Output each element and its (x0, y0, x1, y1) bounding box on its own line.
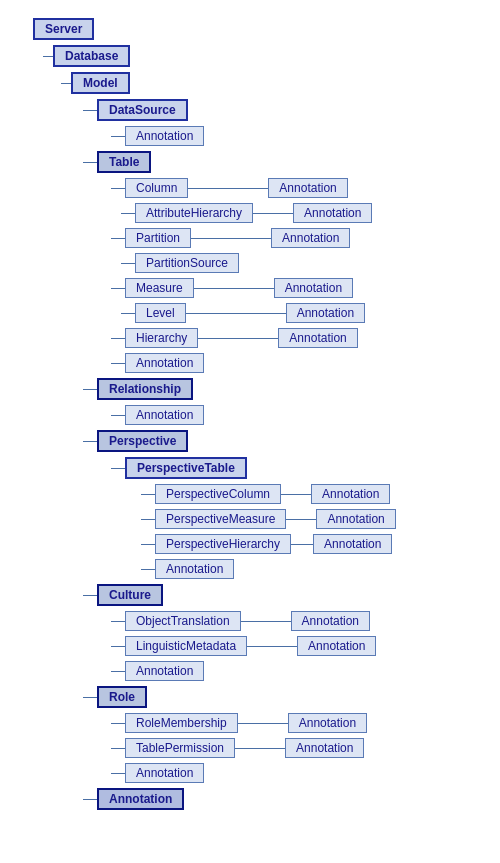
rolemem-annotation-node: Annotation (288, 713, 367, 733)
persphier-row: PerspectiveHierarchy Annotation (141, 534, 487, 554)
tableperm-row: TablePermission Annotation (111, 738, 487, 758)
ot-ann-hline (241, 621, 291, 622)
perspmeas-row: PerspectiveMeasure Annotation (141, 509, 487, 529)
pc-hline (141, 494, 155, 495)
rm-ann-hline (238, 723, 288, 724)
partition-row: Partition Annotation (111, 228, 487, 248)
perspective-row: Perspective (83, 430, 487, 452)
cult-hline (83, 595, 97, 596)
database-node: Database (53, 45, 130, 67)
column-node: Column (125, 178, 188, 198)
lev-ann-hline (186, 313, 286, 314)
hierarchy-row: Hierarchy Annotation (111, 328, 487, 348)
annotation-ds-row: Annotation (111, 126, 487, 146)
persphier-node: PerspectiveHierarchy (155, 534, 291, 554)
level-node: Level (135, 303, 186, 323)
culture-node: Culture (97, 584, 163, 606)
perspective-node: Perspective (97, 430, 188, 452)
objtrans-annotation-node: Annotation (291, 611, 370, 631)
part-hline (111, 238, 125, 239)
meas-hline (111, 288, 125, 289)
final-annotation-row: Annotation (83, 788, 487, 810)
part-ann-hline (191, 238, 271, 239)
lev-hline (121, 313, 135, 314)
relationship-node: Relationship (97, 378, 193, 400)
attrhier-row: AttributeHierarchy Annotation (121, 203, 487, 223)
role-row: Role (83, 686, 487, 708)
relationship-row: Relationship (83, 378, 487, 400)
attrhier-annotation-node: Annotation (293, 203, 372, 223)
meas-ann-hline (194, 288, 274, 289)
col-hline (111, 188, 125, 189)
persp-hline (83, 441, 97, 442)
pm-hline (141, 519, 155, 520)
partition-node: Partition (125, 228, 191, 248)
role-node: Role (97, 686, 147, 708)
annotation-ds-node: Annotation (125, 126, 204, 146)
hierarchy-node: Hierarchy (125, 328, 198, 348)
lingmeta-row: LinguisticMetadata Annotation (111, 636, 487, 656)
perspcol-row: PerspectiveColumn Annotation (141, 484, 487, 504)
objtrans-node: ObjectTranslation (125, 611, 241, 631)
model-hline (61, 83, 71, 84)
hierarchy-annotation-node: Annotation (278, 328, 357, 348)
column-annotation-node: Annotation (268, 178, 347, 198)
annotation-cult-row: Annotation (111, 661, 487, 681)
ot-hline (111, 621, 125, 622)
ah-hline (121, 213, 135, 214)
partsource-row: PartitionSource (121, 253, 487, 273)
lm-hline (111, 646, 125, 647)
measure-node: Measure (125, 278, 194, 298)
lm-ann-hline (247, 646, 297, 647)
partsource-node: PartitionSource (135, 253, 239, 273)
final-annotation-node: Annotation (97, 788, 184, 810)
datasource-node: DataSource (97, 99, 188, 121)
table-hline (83, 162, 97, 163)
datasource-row: DataSource (83, 99, 487, 121)
partition-annotation-node: Annotation (271, 228, 350, 248)
persptable-row: PerspectiveTable (111, 457, 487, 479)
annotation-rel-node: Annotation (125, 405, 204, 425)
level-row: Level Annotation (121, 303, 487, 323)
measure-annotation-node: Annotation (274, 278, 353, 298)
server-node: Server (33, 18, 94, 40)
rm-hline (111, 723, 125, 724)
attrhier-node: AttributeHierarchy (135, 203, 253, 223)
ann-cult-hline (111, 671, 125, 672)
ah-ann-hline (253, 213, 293, 214)
annotation-pt-row: Annotation (141, 559, 487, 579)
tp-ann-hline (235, 748, 285, 749)
perspcol-annotation-node: Annotation (311, 484, 390, 504)
annotation-pt-node: Annotation (155, 559, 234, 579)
persphier-annotation-node: Annotation (313, 534, 392, 554)
tree-diagram: Server Database Model DataSource Annotat… (5, 10, 495, 823)
col-ann-hline (188, 188, 268, 189)
hier-ann-hline (198, 338, 278, 339)
hier-hline (111, 338, 125, 339)
rel-hline (83, 389, 97, 390)
ann-table-hline (111, 363, 125, 364)
lingmeta-node: LinguisticMetadata (125, 636, 247, 656)
ps-hline (121, 263, 135, 264)
objtrans-row: ObjectTranslation Annotation (111, 611, 487, 631)
ph-ann-hline (291, 544, 313, 545)
annotation-table-row: Annotation (111, 353, 487, 373)
perspmeas-annotation-node: Annotation (316, 509, 395, 529)
ann-pt-hline (141, 569, 155, 570)
rolemem-node: RoleMembership (125, 713, 238, 733)
tableperm-node: TablePermission (125, 738, 235, 758)
pt-hline (111, 468, 125, 469)
role-hline (83, 697, 97, 698)
model-row: Model (61, 72, 487, 94)
column-row: Column Annotation (111, 178, 487, 198)
tp-hline (111, 748, 125, 749)
annotation-rel-row: Annotation (111, 405, 487, 425)
ds-hline (83, 110, 97, 111)
final-ann-hline (83, 799, 97, 800)
level-annotation-node: Annotation (286, 303, 365, 323)
annotation-role-row: Annotation (111, 763, 487, 783)
annotation-cult-node: Annotation (125, 661, 204, 681)
tableperm-annotation-node: Annotation (285, 738, 364, 758)
lingmeta-annotation-node: Annotation (297, 636, 376, 656)
ann-ds-hline (111, 136, 125, 137)
